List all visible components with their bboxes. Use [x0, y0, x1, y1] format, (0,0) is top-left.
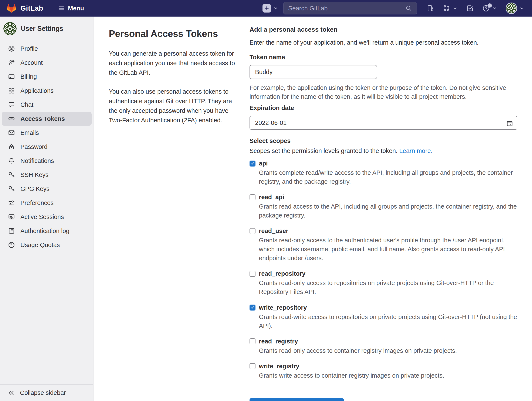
sidebar-item-profile[interactable]: Profile [2, 42, 92, 56]
double-chevron-left-icon [8, 390, 14, 396]
form-heading: Add a personal access token [250, 26, 517, 33]
sidebar-item-label: Emails [20, 129, 39, 136]
sidebar-item-label: SSH Keys [20, 171, 48, 179]
scope-checkbox-read_api[interactable] [250, 194, 255, 200]
issues-icon[interactable] [427, 5, 434, 12]
user-circle-icon [8, 45, 15, 52]
scope-row-api: api Grants complete read/write access to… [250, 160, 517, 186]
collapse-sidebar-label: Collapse sidebar [20, 389, 66, 396]
token-form-column: Add a personal access token Enter the na… [250, 25, 517, 401]
form-subheading: Enter the name of your application, and … [250, 39, 517, 46]
sidebar-item-chat[interactable]: Chat [2, 98, 92, 112]
sidebar-item-preferences[interactable]: Preferences [2, 196, 92, 210]
sidebar-item-label: Password [20, 143, 47, 150]
user-avatar [506, 3, 517, 14]
chevron-down-icon [273, 6, 278, 11]
token-name-field-block: Token name For example, the application … [250, 54, 517, 101]
settings-sidebar: User Settings Profile Account Billing Ap… [0, 17, 94, 401]
sidebar-item-active-sessions[interactable]: Active Sessions [2, 210, 92, 224]
lock-icon [8, 143, 15, 150]
scope-row-read_user: read_user Grants read-only access to the… [250, 228, 517, 263]
menu-button[interactable]: Menu [58, 5, 84, 12]
user-gear-icon [8, 59, 15, 66]
scope-name: read_repository [259, 270, 305, 277]
sidebar-item-notifications[interactable]: Notifications [2, 154, 92, 168]
section-description-column: Personal Access Tokens You can generate … [109, 25, 237, 401]
grid-icon [8, 87, 15, 94]
sidebar-item-access-tokens[interactable]: Access Tokens [2, 112, 92, 126]
sidebar-item-label: Applications [20, 87, 54, 94]
key-icon [8, 185, 15, 192]
token-name-help: For example, the application using the t… [250, 83, 517, 101]
sidebar-item-emails[interactable]: Emails [2, 126, 92, 140]
scope-checkbox-write_registry[interactable] [250, 363, 255, 369]
sidebar-item-label: GPG Keys [20, 185, 50, 192]
merge-requests-menu[interactable] [443, 5, 458, 12]
top-navbar: GitLab Menu [0, 0, 532, 17]
sidebar-item-label: Account [20, 59, 43, 66]
sliders-icon [8, 199, 15, 206]
scope-name: write_registry [259, 363, 299, 370]
plus-icon [262, 4, 271, 12]
sidebar-item-label: Billing [20, 73, 37, 80]
search-bar[interactable] [283, 2, 417, 14]
scope-checkbox-read_repository[interactable] [250, 271, 255, 277]
scope-description: Grants read-only access to repositories … [259, 278, 517, 296]
scope-name: api [259, 160, 268, 167]
scope-name: read_api [259, 194, 284, 201]
search-input[interactable] [288, 5, 402, 12]
scope-checkbox-read_registry[interactable] [250, 338, 255, 344]
create-token-button[interactable]: Create personal access token [250, 398, 344, 401]
sidebar-item-label: Usage Quotas [20, 241, 60, 248]
chevron-down-icon [492, 6, 497, 11]
sidebar-item-label: Notifications [20, 157, 54, 164]
sidebar-item-gpg-keys[interactable]: GPG Keys [2, 182, 92, 196]
scopes-help-text: Scopes set the permission levels granted… [250, 147, 517, 154]
sidebar-item-authentication-log[interactable]: Authentication log [2, 224, 92, 238]
token-name-input[interactable] [250, 65, 377, 79]
sidebar-item-usage-quotas[interactable]: Usage Quotas [2, 238, 92, 252]
chevron-down-icon [519, 6, 524, 11]
intro-paragraph-1: You can generate a personal access token… [109, 49, 237, 78]
scope-description: Grants read-only access to the authentic… [259, 236, 517, 263]
envelope-icon [8, 129, 15, 136]
key-icon [8, 171, 15, 178]
chevron-down-icon [452, 6, 458, 11]
scope-row-write_repository: write_repository Grants read-write acces… [250, 304, 517, 330]
scope-checkbox-api[interactable] [250, 160, 255, 167]
sidebar-item-account[interactable]: Account [2, 56, 92, 70]
sidebar-item-ssh-keys[interactable]: SSH Keys [2, 168, 92, 182]
user-menu[interactable] [506, 3, 524, 14]
collapse-sidebar-button[interactable]: Collapse sidebar [0, 384, 93, 401]
scope-name: read_user [259, 228, 288, 234]
speech-bubble-icon [8, 101, 15, 108]
learn-more-link[interactable]: Learn more. [399, 147, 432, 154]
sidebar-item-applications[interactable]: Applications [2, 84, 92, 98]
sidebar-item-label: Profile [20, 45, 38, 52]
scope-checkbox-write_repository[interactable] [250, 305, 255, 310]
scope-checkbox-read_user[interactable] [250, 228, 255, 234]
help-menu[interactable] [482, 5, 497, 12]
expiration-field-block: Expiration date [250, 105, 517, 130]
sidebar-item-label: Active Sessions [20, 213, 64, 221]
scope-description: Grants read-only access to container reg… [259, 346, 517, 355]
merge-request-icon [443, 5, 450, 12]
sidebar-nav: Profile Account Billing Applications Cha… [0, 42, 93, 252]
main-content: Personal Access Tokens You can generate … [94, 17, 532, 401]
sidebar-item-password[interactable]: Password [2, 140, 92, 154]
credit-card-icon [8, 73, 15, 80]
sidebar-header: User Settings [0, 22, 93, 35]
sidebar-item-label: Preferences [20, 199, 54, 206]
intro-paragraph-2: You can also use personal access tokens … [109, 87, 237, 125]
sidebar-title: User Settings [21, 25, 63, 32]
gitlab-home-link[interactable]: GitLab [6, 3, 43, 13]
scope-name: write_repository [259, 304, 307, 311]
new-menu-button[interactable] [262, 4, 278, 12]
scope-row-read_registry: read_registry Grants read-only access to… [250, 338, 517, 355]
sidebar-item-billing[interactable]: Billing [2, 70, 92, 84]
todos-icon[interactable] [466, 5, 474, 12]
scope-row-read_api: read_api Grants read access to the API, … [250, 194, 517, 220]
sidebar-item-label: Chat [20, 101, 33, 108]
expiration-date-input[interactable] [250, 116, 517, 130]
scope-row-write_registry: write_registry Grants write access to co… [250, 363, 517, 380]
